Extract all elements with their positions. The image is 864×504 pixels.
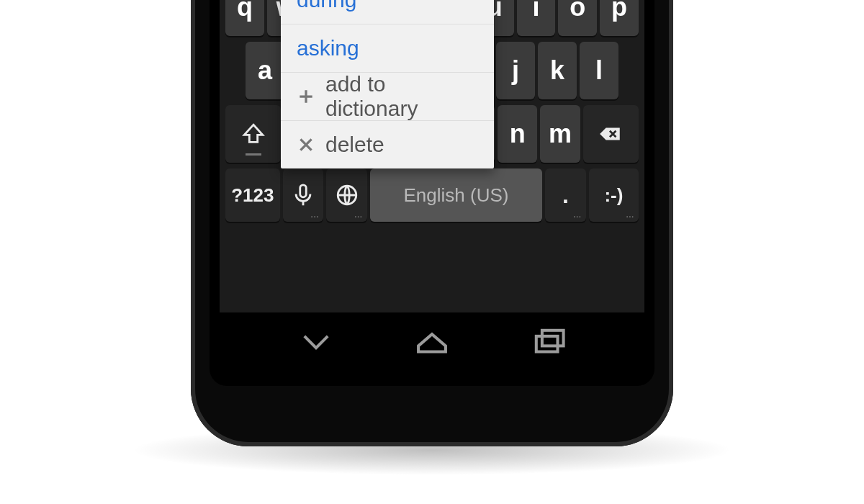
key-l[interactable]: l xyxy=(580,42,618,99)
symbols-key[interactable]: ?123 xyxy=(225,168,280,222)
home-button[interactable] xyxy=(413,323,451,364)
shift-key[interactable] xyxy=(225,105,281,163)
backspace-key[interactable] xyxy=(583,105,639,163)
svg-rect-1 xyxy=(536,336,558,352)
back-button[interactable] xyxy=(297,323,336,364)
recents-icon xyxy=(528,323,567,361)
svg-rect-2 xyxy=(542,330,564,346)
suggestion-popup: doing during asking add to dictionary de… xyxy=(281,0,494,168)
system-nav-bar xyxy=(220,312,644,374)
recents-button[interactable] xyxy=(528,323,567,364)
suggestion-item[interactable]: asking xyxy=(281,24,494,73)
shift-icon xyxy=(241,122,266,146)
period-key[interactable]: .... xyxy=(545,168,586,222)
key-m[interactable]: m xyxy=(540,105,580,163)
home-icon xyxy=(413,323,451,361)
delete-suggestion-button[interactable]: delete xyxy=(281,121,494,168)
key-i[interactable]: i8 xyxy=(517,0,556,36)
key-q[interactable]: q1 xyxy=(225,0,264,36)
mic-icon xyxy=(291,183,315,207)
backspace-icon xyxy=(598,122,623,146)
delete-label: delete xyxy=(325,132,384,157)
plus-icon xyxy=(297,87,315,106)
voice-input-key[interactable]: ... xyxy=(283,168,324,222)
language-key[interactable]: ... xyxy=(326,168,367,222)
emoticon-key[interactable]: :-)... xyxy=(589,168,639,222)
chevron-down-icon xyxy=(297,323,336,361)
key-j[interactable]: j xyxy=(496,42,535,99)
key-n[interactable]: n xyxy=(498,105,537,163)
globe-icon xyxy=(335,183,359,207)
key-p[interactable]: p0 xyxy=(600,0,639,36)
emoticon-label: :-) xyxy=(604,184,623,207)
period-label: . xyxy=(562,182,569,209)
phone-frame: q1w2e3r4t5y6u7i8o9p0 asdfghjkl zxcvbnm xyxy=(191,0,673,446)
key-a[interactable]: a xyxy=(246,42,284,99)
key-k[interactable]: k xyxy=(538,42,577,99)
close-icon xyxy=(297,135,315,154)
key-o[interactable]: o9 xyxy=(558,0,597,36)
screen: q1w2e3r4t5y6u7i8o9p0 asdfghjkl zxcvbnm xyxy=(220,0,644,374)
suggestion-item[interactable]: during xyxy=(281,0,494,24)
add-to-dictionary-button[interactable]: add to dictionary xyxy=(281,73,494,121)
add-label: add to dictionary xyxy=(325,72,478,121)
spacebar[interactable]: English (US) xyxy=(370,168,542,222)
